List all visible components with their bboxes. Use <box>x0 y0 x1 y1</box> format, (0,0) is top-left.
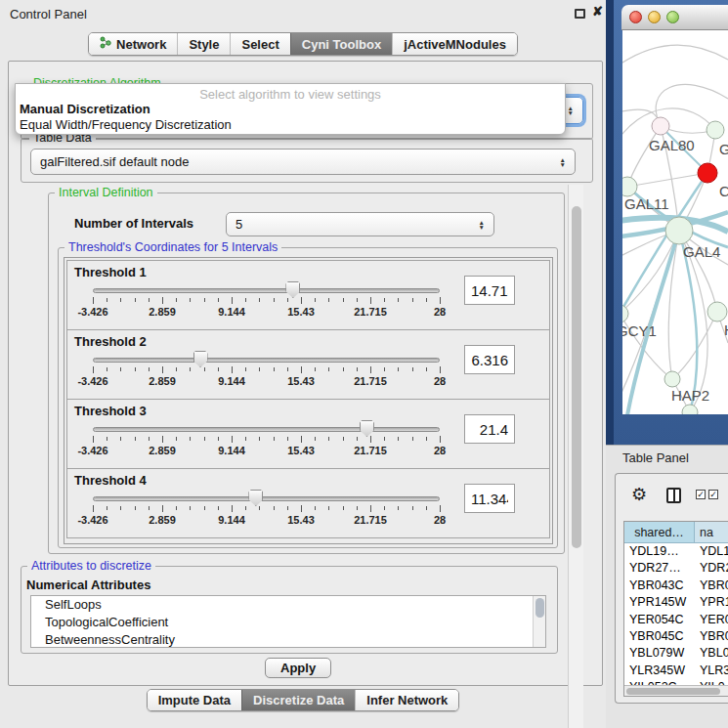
algorithm-option[interactable]: Manual Discretization <box>20 102 150 116</box>
network-edge[interactable] <box>627 126 661 187</box>
threshold-slider-track[interactable] <box>93 496 440 501</box>
node-h[interactable] <box>707 302 727 321</box>
minor-tick <box>245 437 246 441</box>
node-hap2[interactable] <box>664 371 680 387</box>
attribute-list-item[interactable]: SelfLoops <box>31 596 545 614</box>
threshold-box: Threshold 3-3.4262.8599.14415.4321.71528 <box>66 399 550 469</box>
minor-tick <box>315 506 316 510</box>
table-horizontal-scrollbar[interactable] <box>624 685 728 696</box>
panel-vertical-scrollbar[interactable] <box>568 185 583 728</box>
tab-cyni-toolbox[interactable]: Cyni Toolbox <box>290 33 392 55</box>
minor-tick <box>259 367 260 371</box>
threshold-slider-track[interactable] <box>93 358 440 363</box>
threshold-value-field[interactable] <box>464 484 515 513</box>
major-tick <box>93 436 94 443</box>
attributes-list-scrollbar[interactable] <box>533 596 545 648</box>
minor-tick <box>190 298 191 302</box>
table-row[interactable]: YLR345WYLR3 <box>624 663 728 679</box>
minor-tick <box>135 506 136 510</box>
network-edge[interactable] <box>622 231 679 314</box>
table-row[interactable]: YPR145WYPR1 <box>624 594 728 611</box>
bottom-tab-bar: Impute DataDiscretize DataInfer Network <box>0 689 606 711</box>
node-gal80[interactable] <box>652 117 669 135</box>
table-scrollbar-thumb[interactable] <box>626 688 720 695</box>
minor-tick <box>245 506 246 510</box>
table-data-combobox[interactable]: galFiltered.sif default node ▲▼ <box>30 149 576 175</box>
major-tick <box>162 436 163 443</box>
column-header-name[interactable]: na <box>695 522 728 543</box>
minor-tick <box>204 437 205 441</box>
tab-infer-network[interactable]: Infer Network <box>355 690 458 710</box>
tab-network[interactable]: Network <box>89 33 177 55</box>
threshold-value-field[interactable] <box>464 345 515 374</box>
table-row[interactable]: YBR043CYBR0 <box>624 578 728 594</box>
combobox-stepper-icon: ▲▼ <box>479 220 485 230</box>
table-panel-title: Table Panel <box>622 450 689 465</box>
attributes-scrollbar-thumb[interactable] <box>535 598 544 618</box>
cell-name: YBR0 <box>695 578 728 594</box>
minor-tick <box>412 506 413 510</box>
threshold-value-field[interactable] <box>464 276 515 305</box>
minor-tick <box>107 298 107 302</box>
threshold-slider-thumb[interactable] <box>248 490 263 506</box>
table-row[interactable]: YER054CYER0 <box>624 612 728 628</box>
table-row[interactable]: YBL079WYBL0 <box>624 645 728 662</box>
node-label: GAL4 <box>683 243 720 260</box>
panel-scrollbar-thumb[interactable] <box>572 206 581 548</box>
tick-label: 15.43 <box>277 514 325 526</box>
tick-label: 2.859 <box>138 514 187 526</box>
node-label: GA <box>719 141 728 157</box>
numerical-attributes-label: Numerical Attributes <box>26 578 150 592</box>
checkbox-checked-icon[interactable]: ✓ <box>696 490 706 499</box>
network-edge[interactable] <box>622 45 728 69</box>
attribute-list-item[interactable]: TopologicalCoefficient <box>31 614 545 631</box>
threshold-value-field[interactable] <box>464 414 515 444</box>
threshold-slider-track[interactable] <box>93 288 440 293</box>
network-window-titlebar[interactable] <box>621 5 728 30</box>
algorithm-option[interactable]: Equal Width/Frequency Discretization <box>20 117 232 132</box>
zoom-traffic-light-icon[interactable] <box>666 11 679 23</box>
minor-tick <box>274 506 275 510</box>
network-canvas[interactable]: GAL80GACGAL11GAL4GCY1HHAP2 <box>622 30 728 414</box>
node-gal11[interactable] <box>622 177 637 196</box>
threshold-slider-thumb[interactable] <box>360 420 374 437</box>
column-header-shared-name[interactable]: shared… <box>624 522 695 543</box>
tab-style[interactable]: Style <box>177 33 230 55</box>
minor-tick <box>384 437 385 441</box>
table-row[interactable]: YDL19…YDL1 <box>624 543 728 560</box>
minor-tick <box>149 367 150 371</box>
node-top-right[interactable] <box>707 121 724 139</box>
tab-jactivemnodules[interactable]: jActiveMNodules <box>392 33 517 55</box>
tick-label: 28 <box>415 514 464 526</box>
apply-button[interactable]: Apply <box>265 658 331 678</box>
close-traffic-light-icon[interactable] <box>629 11 642 23</box>
algorithm-popup-prompt: Select algorithm to view settings <box>16 87 565 102</box>
threshold-slider-thumb[interactable] <box>285 281 300 298</box>
node-red[interactable] <box>698 163 717 183</box>
minor-tick <box>176 437 177 441</box>
minor-tick <box>149 506 150 510</box>
threshold-slider-thumb[interactable] <box>193 351 208 367</box>
table-settings-gear-icon[interactable]: ⚙ <box>631 484 647 505</box>
table-row[interactable]: YDR27…YDR2 <box>624 560 728 577</box>
float-window-icon[interactable] <box>575 9 585 19</box>
tab-discretize-data[interactable]: Discretize Data <box>241 690 355 710</box>
close-panel-icon[interactable]: ✘ <box>592 4 603 19</box>
major-tick <box>370 436 371 443</box>
number-of-intervals-combobox[interactable]: 5 ▲▼ <box>226 212 494 236</box>
minor-tick <box>190 437 191 441</box>
node-bottom[interactable] <box>682 405 698 414</box>
tab-select[interactable]: Select <box>230 33 289 55</box>
top-tab-bar: NetworkStyleSelectCyni ToolboxjActiveMNo… <box>0 32 606 56</box>
minor-tick <box>204 506 205 510</box>
node-gcy1[interactable] <box>622 305 628 322</box>
attribute-list-item[interactable]: BetweennessCentrality <box>31 631 545 648</box>
tab-impute-data[interactable]: Impute Data <box>148 690 241 710</box>
checkbox-checked-icon[interactable]: ✓ <box>708 490 718 499</box>
network-edge[interactable] <box>627 173 707 187</box>
table-row[interactable]: YBR045CYBR0 <box>624 628 728 645</box>
threshold-slider-track[interactable] <box>93 427 440 432</box>
node-gal4[interactable] <box>665 217 693 244</box>
column-layout-icon[interactable] <box>666 488 681 503</box>
minimize-traffic-light-icon[interactable] <box>648 11 661 23</box>
